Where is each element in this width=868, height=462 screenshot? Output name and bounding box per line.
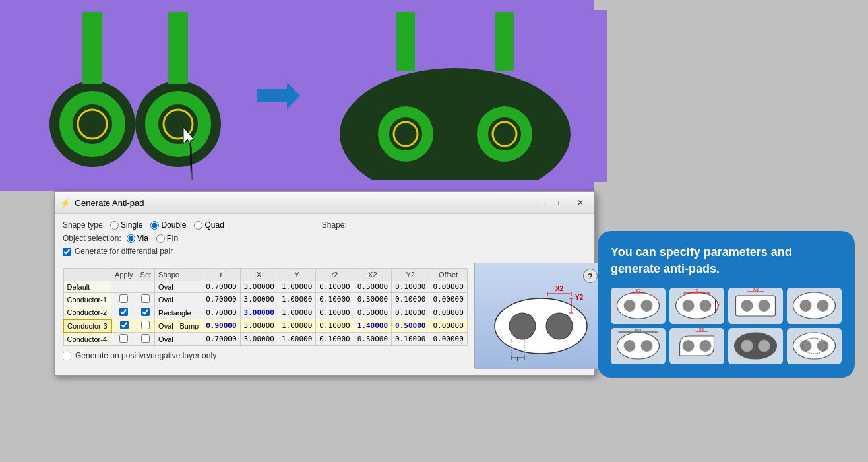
svg-point-63	[800, 300, 812, 312]
shape-quad-label: Quad	[204, 220, 224, 230]
top-banner	[0, 0, 594, 191]
preview-thumb-5[interactable]: r=0	[611, 328, 666, 364]
pin-radio[interactable]	[156, 234, 165, 243]
col-x: X	[240, 269, 278, 281]
positive-negative-label: Generate on positive/negative layer only	[75, 351, 216, 360]
preview-thumb-3[interactable]: X2	[728, 288, 783, 324]
row-c4-r: 0.70000	[202, 333, 240, 346]
shape-diagram: X2 Y2 r	[474, 263, 606, 368]
row-c3-r: 0.90000	[202, 319, 240, 333]
preview-thumb-8[interactable]	[787, 328, 842, 364]
svg-point-62	[793, 292, 836, 319]
row-c1-set[interactable]	[137, 293, 155, 306]
col-r: r	[202, 269, 240, 281]
table-row[interactable]: Conductor-1 Oval 0.70000 3.00000 1.00000…	[63, 293, 467, 306]
row-c1-apply[interactable]	[111, 293, 137, 306]
c1-apply-cb[interactable]	[119, 294, 128, 303]
shape-type-label: Shape type:	[63, 220, 105, 230]
svg-rect-10	[168, 12, 188, 84]
row-c4-x: 3.00000	[240, 333, 278, 346]
svg-text:r=0: r=0	[635, 328, 642, 332]
row-default-x: 3.00000	[240, 281, 278, 293]
svg-point-82	[800, 340, 812, 352]
preview-thumb-6[interactable]: X2	[669, 328, 724, 364]
svg-rect-5	[82, 12, 102, 84]
svg-point-25	[509, 313, 536, 339]
shape-quad-radio[interactable]	[194, 221, 202, 230]
svg-rect-22	[495, 12, 514, 71]
preview-thumb-2[interactable]: X r	[669, 288, 724, 324]
title-icon: ⚡	[60, 198, 71, 208]
c3-apply-cb[interactable]	[120, 321, 129, 329]
object-via[interactable]: Via	[127, 234, 148, 243]
row-c2-apply[interactable]	[111, 306, 137, 319]
table-row[interactable]: Default Oval 0.70000 3.00000 1.00000 0.1…	[63, 281, 467, 293]
object-type-radios: Via Pin	[127, 234, 178, 243]
c1-set-cb[interactable]	[141, 294, 150, 303]
svg-point-49	[683, 300, 695, 312]
row-c4-offset: 0.00000	[429, 333, 467, 346]
row-c4-apply[interactable]	[111, 333, 137, 346]
row-c3-set[interactable]	[137, 319, 155, 333]
table-row[interactable]: Conductor-3 Oval - Bump 0.90000 3.00000 …	[63, 319, 467, 333]
preview-thumb-4[interactable]	[787, 288, 842, 324]
close-button[interactable]: ✕	[572, 196, 589, 209]
maximize-button[interactable]: □	[552, 196, 569, 209]
row-default-name: Default	[63, 281, 111, 293]
svg-text:Y2: Y2	[575, 294, 584, 301]
shape-single[interactable]: Single	[110, 220, 142, 230]
svg-text:X: X	[695, 288, 698, 293]
row-c2-x: 3.00000	[240, 306, 278, 319]
row-c1-y2: 0.10000	[392, 293, 429, 306]
row-c3-shape: Oval - Bump	[155, 319, 202, 333]
minimize-button[interactable]: —	[532, 196, 549, 209]
row-c4-y: 1.00000	[278, 333, 315, 346]
shape-double-radio[interactable]	[150, 221, 159, 230]
c4-set-cb[interactable]	[141, 334, 150, 343]
row-c2-set[interactable]	[137, 306, 155, 319]
preview-thumb-1[interactable]: X2	[611, 288, 666, 324]
positive-negative-checkbox[interactable]	[63, 352, 71, 360]
c2-apply-cb[interactable]	[119, 308, 128, 316]
dialog-main: Apply Set Shape r X Y r2 X2 Y2 Offset	[63, 263, 586, 368]
c3-set-cb[interactable]	[141, 321, 150, 329]
row-c3-apply[interactable]	[111, 319, 137, 333]
shape-preview-label: Shape:	[322, 220, 347, 230]
shape-double[interactable]: Double	[150, 220, 186, 230]
row-c2-shape: Rectangle	[155, 306, 202, 319]
row-default-shape: Oval	[155, 281, 202, 293]
table-row[interactable]: Conductor-4 Oval 0.70000 3.00000 1.00000…	[63, 333, 467, 346]
object-pin[interactable]: Pin	[156, 234, 178, 243]
row-c2-y2: 0.10000	[392, 306, 429, 319]
diff-pair-row: Generate for differential pair	[63, 247, 586, 256]
row-c1-x2: 0.50000	[354, 293, 391, 306]
help-button[interactable]: ?	[583, 269, 598, 283]
svg-point-42	[617, 292, 660, 319]
row-default-offset: 0.00000	[429, 281, 467, 293]
shape-double-label: Double	[161, 220, 186, 230]
transform-arrow	[257, 79, 303, 112]
row-default-r: 0.70000	[202, 281, 240, 293]
row-c4-set[interactable]	[137, 333, 155, 346]
row-c2-name: Conductor-2	[63, 306, 111, 319]
left-section: Apply Set Shape r X Y r2 X2 Y2 Offset	[63, 263, 468, 368]
row-c3-r2: 0.10000	[316, 319, 354, 333]
row-default-set	[137, 281, 155, 293]
c2-set-cb[interactable]	[141, 308, 150, 316]
svg-point-79	[759, 340, 770, 352]
row-c4-r2: 0.10000	[316, 333, 354, 346]
c4-apply-cb[interactable]	[119, 334, 128, 343]
generate-antipad-dialog: ⚡ Generate Anti-pad — □ ✕ Shape type: Si…	[54, 191, 595, 376]
info-panel: You can specify parameters andgenerate a…	[598, 231, 855, 378]
table-row[interactable]: Conductor-2 Rectangle 0.70000 3.00000 1.…	[63, 306, 467, 319]
shape-preview-section: X2 Y2 r	[474, 263, 606, 368]
diff-pair-checkbox[interactable]	[63, 248, 71, 256]
object-selection-row: Object selection: Via Pin	[63, 234, 586, 243]
shape-single-radio[interactable]	[110, 221, 119, 230]
dialog-title-text: Generate Anti-pad	[75, 198, 144, 208]
shape-quad[interactable]: Quad	[194, 220, 224, 230]
object-selection-label: Object selection:	[63, 234, 121, 243]
info-panel-text: You can specify parameters andgenerate a…	[611, 244, 842, 277]
via-radio[interactable]	[127, 234, 135, 243]
preview-thumb-7[interactable]	[728, 328, 783, 364]
